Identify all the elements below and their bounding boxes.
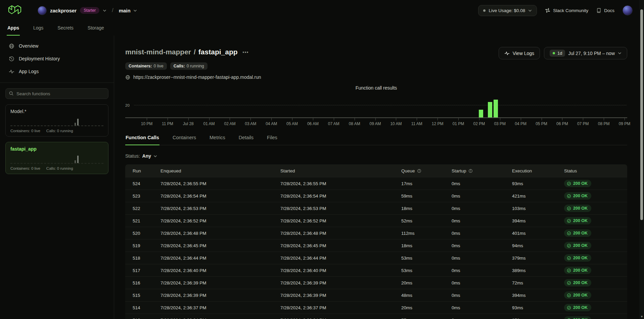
startup-cell: 0ms bbox=[452, 206, 512, 211]
check-circle-icon bbox=[567, 181, 571, 186]
topbar: zackproser Starter / main Live Usage: $0… bbox=[0, 0, 644, 21]
table-body: 524 7/28/2024, 2:36:55 PM 7/28/2024, 2:3… bbox=[125, 177, 627, 319]
sidebar-item-label: App Logs bbox=[19, 69, 39, 74]
enqueued-cell: 7/28/2024, 2:36:48 PM bbox=[160, 231, 280, 236]
status-label: 200 OK bbox=[573, 256, 588, 260]
primary-tab[interactable]: Apps bbox=[7, 25, 20, 36]
time-range-picker[interactable]: 1d Jul 27, 9:10 PM – now bbox=[544, 47, 627, 59]
workspace-picker[interactable]: zackproser Starter bbox=[38, 6, 106, 15]
table-row[interactable]: 515 7/28/2024, 2:36:39 PM 7/28/2024, 2:3… bbox=[125, 289, 627, 301]
scrollbar-thumb[interactable] bbox=[640, 9, 643, 220]
modal-logo-icon[interactable] bbox=[6, 3, 24, 17]
app-url-link[interactable]: https://zackproser--mnist-mind-mapper-fa… bbox=[125, 74, 627, 80]
range-chip: 1d bbox=[550, 50, 565, 57]
x-tick-mark bbox=[458, 118, 459, 120]
column-label: Started bbox=[280, 168, 295, 173]
x-tick-label: 07 PM bbox=[577, 121, 589, 126]
slack-icon bbox=[545, 8, 550, 13]
environment-picker[interactable]: main bbox=[119, 8, 137, 13]
table-row[interactable]: 519 7/28/2024, 2:36:45 PM 7/28/2024, 2:3… bbox=[125, 239, 627, 252]
sidebar-item-overview[interactable]: Overview bbox=[0, 40, 114, 52]
enqueued-cell: 7/28/2024, 2:36:37 PM bbox=[160, 305, 280, 310]
x-tick-mark bbox=[417, 118, 417, 120]
status-badge: 200 OK bbox=[564, 192, 591, 200]
sidebar-item-deployment-history[interactable]: Deployment History bbox=[0, 52, 114, 65]
function-calls-table: Run Enqueued Started Queue Startup Execu… bbox=[125, 164, 627, 319]
x-tick-label: 06 AM bbox=[307, 121, 319, 126]
chart-plot: 20 bbox=[125, 94, 627, 118]
x-tick-mark bbox=[542, 118, 542, 120]
slack-community-link[interactable]: Slack Community bbox=[545, 8, 588, 13]
info-icon[interactable] bbox=[417, 169, 421, 173]
status-badge: 200 OK bbox=[564, 242, 591, 249]
x-tick-mark bbox=[147, 118, 147, 120]
execution-cell: 93ms bbox=[512, 181, 564, 186]
detail-tab[interactable]: Containers bbox=[172, 132, 196, 145]
x-tick-mark bbox=[250, 118, 251, 120]
table-row[interactable]: 517 7/28/2024, 2:36:40 PM 7/28/2024, 2:3… bbox=[125, 264, 627, 276]
detail-tab[interactable]: Function Calls bbox=[125, 132, 159, 145]
column-header: Enqueued bbox=[160, 168, 280, 173]
table-row[interactable]: 513 7/28/2024, 2:36:34 PM 7/28/2024, 2:3… bbox=[125, 314, 627, 319]
primary-tab[interactable]: Logs bbox=[33, 25, 44, 36]
startup-cell: 0ms bbox=[452, 318, 512, 319]
detail-tab[interactable]: Metrics bbox=[209, 132, 226, 145]
status-label: 200 OK bbox=[573, 268, 588, 273]
info-icon[interactable] bbox=[468, 169, 473, 173]
gridline bbox=[134, 105, 627, 105]
queue-cell: 59ms bbox=[401, 194, 452, 199]
table-row[interactable]: 514 7/28/2024, 2:36:37 PM 7/28/2024, 2:3… bbox=[125, 301, 627, 314]
user-avatar[interactable] bbox=[623, 5, 633, 15]
status-badge: 200 OK bbox=[564, 316, 591, 319]
function-name: fastapi_app bbox=[10, 146, 103, 152]
primary-tab[interactable]: Storage bbox=[87, 25, 105, 36]
table-row[interactable]: 524 7/28/2024, 2:36:55 PM 7/28/2024, 2:3… bbox=[125, 177, 627, 190]
function-card-fastapi-app[interactable]: fastapi_app Containers: 0 live Calls: 0 … bbox=[5, 142, 108, 174]
detail-tab[interactable]: Files bbox=[267, 132, 278, 145]
pulse-icon bbox=[504, 51, 510, 56]
run-cell: 522 bbox=[125, 206, 160, 211]
enqueued-cell: 7/28/2024, 2:36:34 PM bbox=[160, 318, 280, 319]
enqueued-cell: 7/28/2024, 2:36:39 PM bbox=[160, 280, 280, 285]
run-cell: 520 bbox=[125, 231, 160, 236]
startup-cell: 0ms bbox=[452, 231, 512, 236]
column-header: Execution bbox=[512, 168, 564, 173]
x-tick-label: Jul 28 bbox=[183, 121, 194, 126]
table-row[interactable]: 520 7/28/2024, 2:36:48 PM 7/28/2024, 2:3… bbox=[125, 227, 627, 239]
x-tick-label: 06 PM bbox=[556, 121, 568, 126]
x-tick-mark bbox=[334, 118, 334, 120]
view-logs-label: View Logs bbox=[513, 51, 534, 56]
x-tick-label: 10 PM bbox=[141, 121, 153, 126]
table-row[interactable]: 518 7/28/2024, 2:36:44 PM 7/28/2024, 2:3… bbox=[125, 252, 627, 264]
execution-cell: 421ms bbox=[512, 194, 564, 199]
execution-cell: 401ms bbox=[512, 231, 564, 236]
function-card-model[interactable]: Model.* Containers: 0 live Calls: 0 runn… bbox=[5, 104, 108, 137]
search-input[interactable] bbox=[5, 88, 108, 99]
queue-cell: 112ms bbox=[401, 231, 452, 236]
column-header: Run bbox=[125, 168, 160, 173]
docs-link[interactable]: Docs bbox=[596, 8, 614, 13]
view-logs-button[interactable]: View Logs bbox=[499, 47, 540, 59]
table-row[interactable]: 516 7/28/2024, 2:36:39 PM 7/28/2024, 2:3… bbox=[125, 276, 627, 289]
x-tick-label: 01 AM bbox=[203, 121, 215, 126]
primary-tab[interactable]: Secrets bbox=[57, 25, 74, 36]
table-row[interactable]: 521 7/28/2024, 2:36:52 PM 7/28/2024, 2:3… bbox=[125, 214, 627, 227]
status-badge: 200 OK bbox=[564, 279, 591, 286]
check-circle-icon bbox=[567, 194, 571, 198]
startup-cell: 0ms bbox=[452, 194, 512, 199]
live-usage-button[interactable]: Live Usage: $0.08 bbox=[478, 5, 537, 16]
status-label: 200 OK bbox=[573, 293, 588, 298]
execution-cell: 379ms bbox=[512, 256, 564, 261]
x-tick-mark bbox=[375, 118, 376, 120]
scrollbar-down-arrow[interactable]: ▼ bbox=[640, 315, 643, 318]
status-filter[interactable]: Status: Any bbox=[125, 153, 627, 159]
more-menu-button[interactable]: ⋯ bbox=[242, 49, 249, 56]
sidebar-item-app-logs[interactable]: App Logs bbox=[0, 65, 114, 78]
table-row[interactable]: 523 7/28/2024, 2:36:54 PM 7/28/2024, 2:3… bbox=[125, 190, 627, 202]
table-row[interactable]: 522 7/28/2024, 2:36:53 PM 7/28/2024, 2:3… bbox=[125, 202, 627, 214]
started-cell: 7/28/2024, 2:36:45 PM bbox=[280, 243, 401, 248]
started-cell: 7/28/2024, 2:36:55 PM bbox=[280, 181, 401, 186]
run-cell: 524 bbox=[125, 181, 160, 186]
x-tick-label: 02 PM bbox=[473, 121, 485, 126]
detail-tab[interactable]: Details bbox=[238, 132, 254, 145]
